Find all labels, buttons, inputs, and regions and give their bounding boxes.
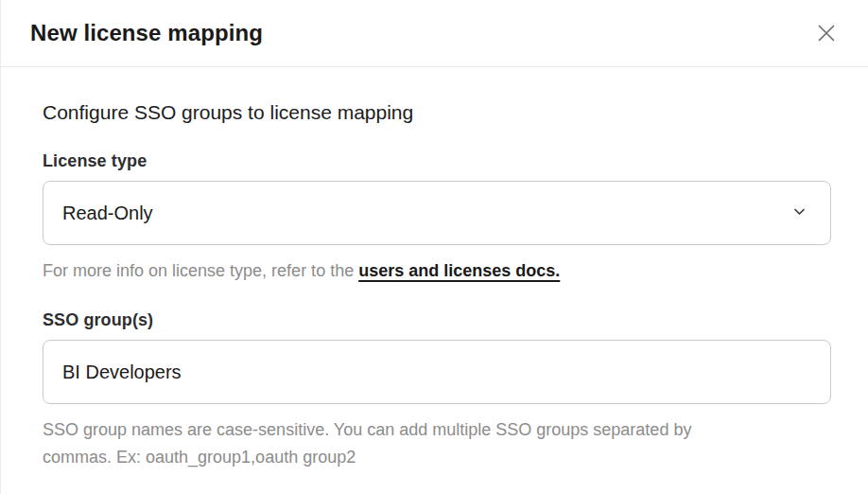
dialog-body: Configure SSO groups to license mapping …: [1, 67, 868, 470]
sso-groups-input[interactable]: [43, 340, 831, 404]
chevron-down-icon: [791, 203, 807, 223]
close-button[interactable]: [810, 17, 842, 49]
license-type-hint-text: For more info on license type, refer to …: [43, 261, 358, 280]
sso-groups-hint: SSO group names are case-sensitive. You …: [43, 416, 763, 470]
section-heading: Configure SSO groups to license mapping: [43, 101, 830, 124]
license-type-selected-value: Read-Only: [62, 203, 153, 224]
license-type-label: License type: [43, 151, 830, 171]
sso-groups-field: SSO group(s) SSO group names are case-se…: [43, 310, 830, 470]
close-icon: [814, 21, 839, 45]
new-license-mapping-dialog: New license mapping Configure SSO groups…: [0, 0, 868, 494]
dialog-title: New license mapping: [30, 20, 263, 46]
users-and-licenses-docs-link[interactable]: users and licenses docs.: [358, 261, 560, 280]
license-type-field: License type Read-Only For more info on …: [43, 151, 830, 284]
sso-groups-label: SSO group(s): [43, 310, 830, 330]
license-type-hint: For more info on license type, refer to …: [43, 257, 830, 284]
dialog-header: New license mapping: [1, 0, 868, 67]
license-type-select[interactable]: Read-Only: [43, 181, 831, 245]
